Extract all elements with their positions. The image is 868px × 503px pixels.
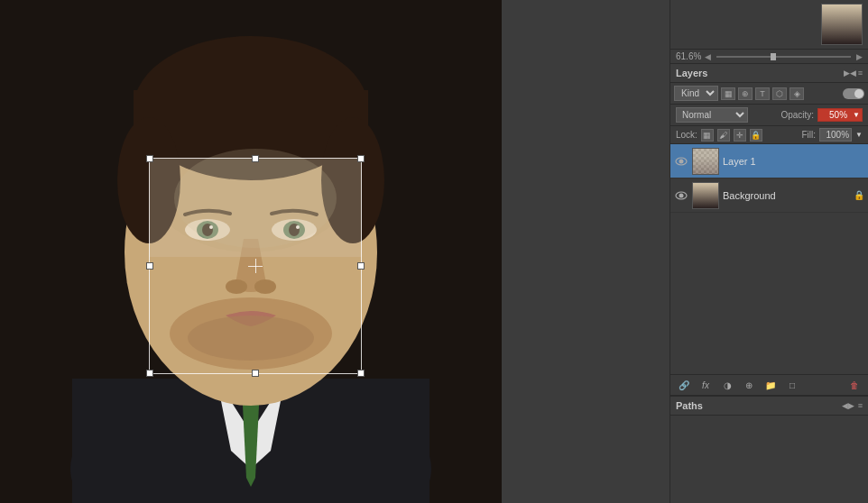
filter-row: Kind ▦ ⊕ T ⬡ ◈	[670, 83, 868, 105]
zoom-row: 61.6% ◀ ▶	[670, 50, 868, 64]
right-panel: 61.6% ◀ ▶ Layers ▶◀ ≡ Kind ▦ ⊕ T ⬡ ◈ Nor…	[669, 0, 868, 503]
svg-point-21	[226, 279, 247, 294]
paths-panel-title: Paths	[676, 400, 703, 411]
fill-value[interactable]: 100%	[819, 128, 852, 142]
layer-item-layer1[interactable]: Layer 1	[670, 144, 868, 178]
toolbar-folder-icon[interactable]: 📁	[762, 378, 779, 392]
svg-point-22	[254, 279, 276, 294]
lock-all-icon[interactable]: 🔒	[750, 129, 762, 142]
layer-item-background[interactable]: Background 🔒	[670, 178, 868, 213]
layer-list: Layer 1 Background 🔒	[670, 144, 868, 374]
fill-label: Fill:	[802, 130, 817, 140]
layer1-thumbnail	[692, 148, 719, 175]
panel-header-icons: ▶◀ ≡	[844, 69, 863, 78]
lock-move-icon[interactable]: ✛	[734, 129, 746, 142]
blend-opacity-row: Normal Opacity: 50% ▼	[670, 105, 868, 126]
lock-fill-row: Lock: ▦ 🖌 ✛ 🔒 Fill: 100% ▼	[670, 126, 868, 144]
filter-smart-icon[interactable]: ◈	[790, 87, 804, 100]
layer1-visibility-toggle[interactable]	[674, 154, 688, 169]
zoom-right-arrow[interactable]: ▶	[856, 52, 863, 61]
paths-panel-header: Paths ◀▶ ≡	[670, 397, 868, 416]
svg-point-27	[679, 159, 684, 163]
thumbnail-preview	[822, 5, 862, 44]
svg-point-25	[174, 149, 337, 248]
document-thumbnail	[821, 4, 863, 45]
svg-point-29	[679, 193, 684, 197]
filter-adjust-icon[interactable]: ⊕	[738, 87, 753, 100]
panel-expand-icon[interactable]: ▶◀	[844, 69, 856, 78]
background-visibility-toggle[interactable]	[674, 188, 688, 203]
toolbar-delete-icon[interactable]: 🗑	[846, 378, 863, 392]
paths-menu-icon[interactable]: ≡	[858, 401, 863, 410]
background-lock-icon: 🔒	[854, 190, 864, 200]
filter-text-icon[interactable]: T	[755, 87, 770, 100]
paths-collapse-icon[interactable]: ◀▶	[842, 401, 854, 410]
paths-panel: Paths ◀▶ ≡	[670, 395, 868, 503]
opacity-label: Opacity:	[780, 110, 814, 120]
panel-menu-icon[interactable]: ≡	[858, 69, 863, 78]
lock-label: Lock:	[676, 130, 697, 140]
filter-toggle[interactable]	[843, 88, 864, 99]
opacity-arrow[interactable]: ▼	[851, 110, 862, 120]
layers-panel-header: Layers ▶◀ ≡	[670, 64, 868, 83]
filter-kind-select[interactable]: Kind	[674, 86, 718, 101]
opacity-value[interactable]: 50%	[818, 109, 851, 121]
toolbar-new-layer-icon[interactable]: □	[784, 378, 800, 392]
blend-mode-select[interactable]: Normal	[676, 107, 748, 123]
toolbar-adjustment-icon[interactable]: ⊕	[741, 378, 757, 392]
layer-toolbar: 🔗 fx ◑ ⊕ 📁 □ 🗑	[670, 374, 868, 395]
filter-shape-icon[interactable]: ⬡	[772, 87, 787, 100]
toolbar-fx-icon[interactable]: fx	[697, 378, 714, 392]
canvas-area	[0, 0, 669, 503]
lock-paint-icon[interactable]: 🖌	[717, 129, 730, 142]
thumbnail-row	[670, 0, 868, 50]
zoom-value: 61.6%	[676, 51, 701, 61]
svg-point-23	[188, 316, 314, 361]
paths-header-icons: ◀▶ ≡	[842, 401, 863, 410]
background-layer-name: Background	[723, 190, 850, 201]
zoom-left-arrow[interactable]: ◀	[705, 52, 711, 61]
toolbar-mask-icon[interactable]: ◑	[719, 378, 735, 392]
lock-pixels-icon[interactable]: ▦	[701, 129, 714, 142]
fill-arrow[interactable]: ▼	[855, 131, 863, 139]
layers-panel-title: Layers	[676, 68, 707, 78]
canvas-image[interactable]	[0, 0, 502, 503]
portrait-svg	[0, 0, 502, 503]
toolbar-link-icon[interactable]: 🔗	[676, 378, 692, 392]
background-thumbnail	[692, 182, 719, 209]
paths-content	[670, 416, 868, 503]
zoom-slider[interactable]	[716, 56, 851, 58]
layer1-name: Layer 1	[723, 156, 864, 167]
filter-pixel-icon[interactable]: ▦	[721, 87, 735, 100]
zoom-slider-thumb[interactable]	[771, 53, 776, 60]
